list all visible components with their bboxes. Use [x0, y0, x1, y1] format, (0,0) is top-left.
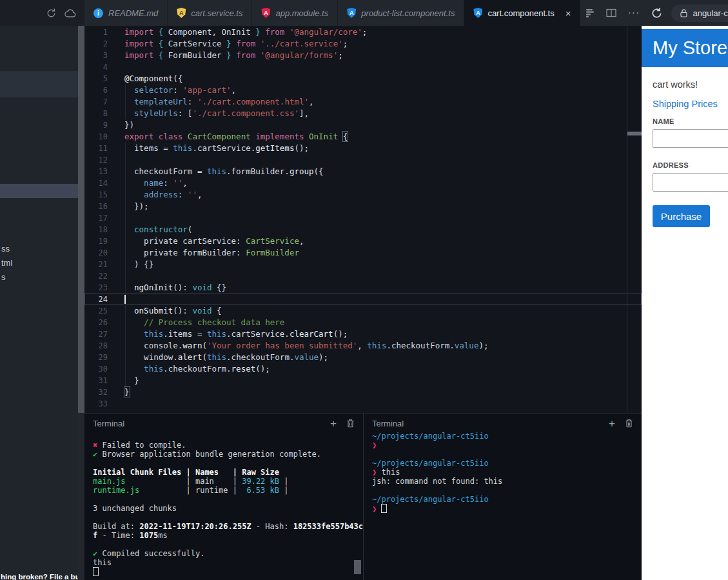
sidebar-hover-row[interactable] [0, 71, 78, 97]
line-number: 30 [84, 363, 108, 375]
terminal-line [93, 540, 363, 549]
line-number: 7 [84, 96, 108, 108]
code-line-15: 15 address: '', [84, 189, 642, 201]
split-editor-icon[interactable] [606, 8, 616, 17]
terminal-output: ✖ Failed to compile.✔ Browser applicatio… [93, 432, 363, 576]
code-editor[interactable]: 1import { Component, OnInit } from '@ang… [84, 26, 642, 413]
terminal-line [93, 459, 363, 468]
code-line-21: 21 ) {} [84, 259, 642, 270]
file-a-bug-link[interactable]: hing broken? File a bug! [1, 573, 78, 580]
angular-shield-icon: A [347, 8, 356, 18]
line-number: 22 [84, 270, 108, 282]
terminal-line: ✖ Failed to compile. [93, 441, 363, 450]
tab-cart.service.ts[interactable]: Acart.service.ts [168, 0, 252, 26]
line-number: 17 [84, 212, 108, 224]
purchase-button[interactable]: Purchase [653, 205, 710, 227]
code-line-24: 24 [84, 294, 642, 305]
terminal-line [93, 567, 363, 576]
tab-product-list.component.ts[interactable]: Aproduct-list.component.ts [338, 0, 464, 26]
code-line-19: 19 private cartService: CartService, [84, 235, 642, 247]
name-field[interactable] [653, 129, 728, 148]
line-number: 23 [84, 282, 108, 294]
code-line-11: 11 items = this.cartService.getItems(); [84, 143, 642, 154]
tab-label: cart.component.ts [487, 8, 554, 18]
more-actions-icon[interactable]: ··· [627, 7, 640, 19]
trash-icon[interactable] [346, 419, 355, 428]
terminal-output: ~/projects/angular-ct5iio❯~/projects/ang… [372, 432, 642, 513]
tab-bar: iREADME.mdAcart.service.tsAapp.module.ts… [84, 0, 580, 26]
shipping-prices-link[interactable]: Shipping Prices [653, 99, 718, 109]
sidebar-file-item[interactable]: tml [1, 258, 12, 268]
line-number: 13 [84, 166, 108, 177]
tab-cart.component.ts[interactable]: Acart.component.ts× [464, 0, 580, 26]
terminal-title: Terminal [372, 419, 404, 428]
tab-label: product-list.component.ts [361, 8, 455, 18]
line-number: 15 [84, 189, 108, 201]
line-number: 8 [84, 108, 108, 119]
code-line-32: 32} [84, 386, 642, 398]
terminal-line [372, 486, 642, 495]
code-line-8: 8 styleUrls: ['./cart.component.css'], [84, 108, 642, 119]
line-number: 28 [84, 340, 108, 352]
trash-icon[interactable] [625, 419, 633, 428]
editor-toolbar: ··· [585, 0, 640, 26]
preview-url-bar[interactable]: angular-ct5 [671, 5, 728, 22]
tab-README.md[interactable]: iREADME.md [84, 0, 168, 26]
address-field[interactable] [653, 173, 728, 192]
line-number: 4 [84, 61, 108, 73]
code-line-28: 28 console.warn('Your order has been sub… [84, 340, 642, 352]
angular-shield-icon: A [473, 8, 482, 18]
code-line-25: 25 onSubmit(): void { [84, 305, 642, 317]
terminal-line: Build at: 2022-11-19T17:20:26.255Z - Has… [93, 522, 363, 531]
name-label: NAME [653, 117, 674, 125]
terminal-scrollbar-thumb[interactable] [354, 560, 361, 574]
line-number: 11 [84, 143, 108, 154]
code-line-2: 2import { CartService } from '../cart.se… [84, 38, 642, 50]
prettier-icon[interactable] [585, 8, 595, 18]
app-preview-pane: My Store cart works! Shipping Prices NAM… [642, 26, 728, 580]
ide-window: { "topbar": { "tabs": [ {"label": "READM… [0, 0, 728, 580]
line-number: 19 [84, 235, 108, 247]
sidebar-file-item[interactable]: ss [1, 244, 10, 254]
line-number: 16 [84, 201, 108, 212]
terminal-line: 3 unchanged chunks [93, 504, 363, 513]
code-line-4: 4 [84, 61, 642, 73]
code-line-17: 17 [84, 212, 642, 224]
terminal-line: Initial Chunk Files | Names | Raw Size [93, 468, 363, 477]
lock-icon [680, 8, 688, 17]
sync-icon[interactable] [46, 8, 57, 19]
text-cursor [124, 295, 126, 304]
store-header: My Store [642, 29, 728, 67]
close-tab-icon[interactable]: × [566, 8, 571, 18]
tab-app.module.ts[interactable]: Aapp.module.ts [252, 0, 338, 26]
cart-works-text: cart works! [653, 79, 698, 90]
terminal-line: ❯ [372, 441, 642, 450]
line-number: 24 [84, 294, 108, 305]
code-line-6: 6 selector: 'app-cart', [84, 85, 642, 96]
sidebar-resize-handle[interactable] [78, 26, 84, 413]
code-line-27: 27 this.items = this.cartService.clearCa… [84, 328, 642, 340]
angular-shield-icon: A [177, 8, 186, 18]
line-number: 32 [84, 386, 108, 398]
sidebar-selected-row[interactable] [0, 184, 78, 198]
terminal-right-pane[interactable]: Terminal + ~/projects/angular-ct5iio❯~/p… [363, 414, 642, 580]
terminal-line: ~/projects/angular-ct5iio [372, 495, 642, 504]
new-terminal-icon[interactable]: + [609, 418, 615, 429]
code-line-12: 12 [84, 154, 642, 166]
new-terminal-icon[interactable]: + [330, 418, 337, 429]
cloud-fork-icon[interactable] [64, 8, 77, 18]
angular-shield-icon: A [261, 8, 270, 18]
code-line-31: 31 } [84, 375, 642, 386]
terminal-line [93, 513, 363, 522]
terminal-panel: Terminal + ✖ Failed to compile.✔ Browser… [84, 413, 642, 580]
code-line-30: 30 this.checkoutForm.reset(); [84, 363, 642, 375]
sidebar-file-item[interactable]: s [1, 272, 6, 282]
code-line-3: 3import { FormBuilder } from '@angular/f… [84, 50, 642, 61]
reload-preview-icon[interactable] [651, 7, 663, 19]
line-number: 31 [84, 375, 108, 386]
line-number: 21 [84, 259, 108, 270]
terminal-line: ~/projects/angular-ct5iio [372, 432, 642, 441]
code-line-1: 1import { Component, OnInit } from '@ang… [84, 26, 642, 38]
terminal-cursor [381, 504, 387, 513]
terminal-left-pane[interactable]: Terminal + ✖ Failed to compile.✔ Browser… [84, 414, 363, 580]
